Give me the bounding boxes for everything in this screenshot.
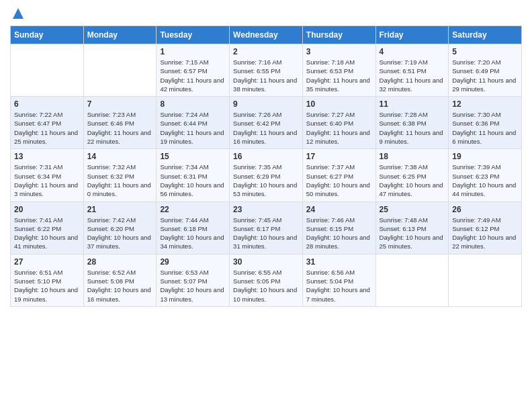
logo-icon (11, 7, 25, 20)
calendar-day-cell: 19Sunrise: 7:39 AM Sunset: 6:23 PM Dayli… (449, 149, 522, 201)
day-number: 7 (87, 99, 153, 109)
calendar-week-row: 6Sunrise: 7:22 AM Sunset: 6:47 PM Daylig… (11, 97, 522, 149)
calendar-day-cell: 12Sunrise: 7:30 AM Sunset: 6:36 PM Dayli… (449, 97, 522, 149)
day-info: Sunrise: 7:46 AM Sunset: 6:15 PM Dayligh… (306, 216, 372, 251)
day-info: Sunrise: 7:27 AM Sunset: 6:40 PM Dayligh… (306, 110, 372, 146)
day-number: 17 (306, 152, 372, 161)
day-number: 8 (160, 99, 226, 109)
calendar-day-cell (449, 254, 522, 306)
day-number: 13 (14, 152, 80, 161)
weekday-header-row: SundayMondayTuesdayWednesdayThursdayFrid… (11, 26, 522, 44)
day-number: 5 (452, 47, 518, 56)
day-number: 22 (160, 205, 226, 214)
day-info: Sunrise: 7:44 AM Sunset: 6:18 PM Dayligh… (160, 216, 226, 251)
calendar-day-cell: 26Sunrise: 7:49 AM Sunset: 6:12 PM Dayli… (449, 201, 522, 254)
day-info: Sunrise: 7:39 AM Sunset: 6:23 PM Dayligh… (452, 163, 518, 198)
calendar-day-cell: 3Sunrise: 7:18 AM Sunset: 6:53 PM Daylig… (302, 44, 375, 97)
calendar-day-cell: 4Sunrise: 7:19 AM Sunset: 6:51 PM Daylig… (375, 44, 449, 97)
header (10, 7, 522, 20)
day-info: Sunrise: 7:18 AM Sunset: 6:53 PM Dayligh… (306, 58, 372, 93)
calendar-day-cell: 14Sunrise: 7:32 AM Sunset: 6:32 PM Dayli… (83, 149, 157, 201)
calendar-day-cell (11, 44, 84, 97)
day-info: Sunrise: 7:24 AM Sunset: 6:44 PM Dayligh… (160, 110, 226, 146)
weekday-header-thursday: Thursday (302, 26, 375, 44)
day-info: Sunrise: 7:34 AM Sunset: 6:31 PM Dayligh… (160, 163, 226, 198)
day-number: 29 (160, 257, 226, 267)
page: SundayMondayTuesdayWednesdayThursdayFrid… (0, 0, 532, 314)
day-number: 11 (380, 99, 445, 109)
weekday-header-tuesday: Tuesday (157, 26, 230, 44)
calendar-day-cell: 13Sunrise: 7:31 AM Sunset: 6:34 PM Dayli… (11, 149, 84, 201)
weekday-header-saturday: Saturday (449, 26, 522, 44)
day-number: 1 (160, 47, 226, 56)
day-info: Sunrise: 7:49 AM Sunset: 6:12 PM Dayligh… (452, 216, 518, 251)
day-number: 4 (380, 47, 445, 56)
day-number: 18 (380, 152, 445, 161)
day-number: 12 (452, 99, 518, 109)
calendar-day-cell: 21Sunrise: 7:42 AM Sunset: 6:20 PM Dayli… (83, 201, 157, 254)
day-number: 14 (87, 152, 153, 161)
calendar-week-row: 20Sunrise: 7:41 AM Sunset: 6:22 PM Dayli… (11, 201, 522, 254)
day-info: Sunrise: 7:38 AM Sunset: 6:25 PM Dayligh… (380, 163, 445, 198)
svg-marker-0 (13, 8, 24, 19)
calendar-day-cell: 31Sunrise: 6:56 AM Sunset: 5:04 PM Dayli… (302, 254, 375, 306)
calendar-day-cell: 20Sunrise: 7:41 AM Sunset: 6:22 PM Dayli… (11, 201, 84, 254)
calendar-day-cell: 25Sunrise: 7:48 AM Sunset: 6:13 PM Dayli… (375, 201, 449, 254)
day-info: Sunrise: 7:16 AM Sunset: 6:55 PM Dayligh… (233, 58, 299, 93)
calendar-day-cell: 28Sunrise: 6:52 AM Sunset: 5:08 PM Dayli… (83, 254, 157, 306)
day-number: 30 (233, 257, 299, 267)
calendar-day-cell: 11Sunrise: 7:28 AM Sunset: 6:38 PM Dayli… (375, 97, 449, 149)
day-info: Sunrise: 7:35 AM Sunset: 6:29 PM Dayligh… (233, 163, 299, 198)
day-number: 6 (14, 99, 80, 109)
calendar: SundayMondayTuesdayWednesdayThursdayFrid… (10, 26, 522, 307)
calendar-day-cell: 1Sunrise: 7:15 AM Sunset: 6:57 PM Daylig… (157, 44, 230, 97)
day-info: Sunrise: 7:30 AM Sunset: 6:36 PM Dayligh… (452, 110, 518, 146)
calendar-day-cell: 8Sunrise: 7:24 AM Sunset: 6:44 PM Daylig… (157, 97, 230, 149)
calendar-week-row: 13Sunrise: 7:31 AM Sunset: 6:34 PM Dayli… (11, 149, 522, 201)
calendar-day-cell: 10Sunrise: 7:27 AM Sunset: 6:40 PM Dayli… (302, 97, 375, 149)
calendar-day-cell: 24Sunrise: 7:46 AM Sunset: 6:15 PM Dayli… (302, 201, 375, 254)
day-info: Sunrise: 7:31 AM Sunset: 6:34 PM Dayligh… (14, 163, 80, 198)
calendar-week-row: 27Sunrise: 6:51 AM Sunset: 5:10 PM Dayli… (11, 254, 522, 306)
day-number: 15 (160, 152, 226, 161)
weekday-header-wednesday: Wednesday (230, 26, 303, 44)
day-number: 10 (306, 99, 372, 109)
calendar-day-cell: 30Sunrise: 6:55 AM Sunset: 5:05 PM Dayli… (230, 254, 303, 306)
calendar-week-row: 1Sunrise: 7:15 AM Sunset: 6:57 PM Daylig… (11, 44, 522, 97)
calendar-day-cell: 2Sunrise: 7:16 AM Sunset: 6:55 PM Daylig… (230, 44, 303, 97)
calendar-day-cell: 29Sunrise: 6:53 AM Sunset: 5:07 PM Dayli… (157, 254, 230, 306)
day-info: Sunrise: 7:32 AM Sunset: 6:32 PM Dayligh… (87, 163, 153, 198)
calendar-day-cell: 6Sunrise: 7:22 AM Sunset: 6:47 PM Daylig… (11, 97, 84, 149)
day-number: 23 (233, 205, 299, 214)
day-number: 9 (233, 99, 299, 109)
calendar-day-cell (83, 44, 157, 97)
day-info: Sunrise: 7:15 AM Sunset: 6:57 PM Dayligh… (160, 58, 226, 93)
day-number: 26 (452, 205, 518, 214)
calendar-day-cell: 15Sunrise: 7:34 AM Sunset: 6:31 PM Dayli… (157, 149, 230, 201)
day-info: Sunrise: 7:41 AM Sunset: 6:22 PM Dayligh… (14, 216, 80, 251)
day-info: Sunrise: 6:52 AM Sunset: 5:08 PM Dayligh… (87, 268, 153, 304)
day-info: Sunrise: 7:26 AM Sunset: 6:42 PM Dayligh… (233, 110, 299, 146)
day-number: 19 (452, 152, 518, 161)
day-number: 21 (87, 205, 153, 214)
day-number: 16 (233, 152, 299, 161)
day-info: Sunrise: 7:19 AM Sunset: 6:51 PM Dayligh… (380, 58, 445, 93)
calendar-day-cell: 22Sunrise: 7:44 AM Sunset: 6:18 PM Dayli… (157, 201, 230, 254)
calendar-day-cell: 17Sunrise: 7:37 AM Sunset: 6:27 PM Dayli… (302, 149, 375, 201)
logo (10, 7, 25, 20)
weekday-header-friday: Friday (375, 26, 449, 44)
day-info: Sunrise: 7:20 AM Sunset: 6:49 PM Dayligh… (452, 58, 518, 93)
day-info: Sunrise: 7:28 AM Sunset: 6:38 PM Dayligh… (380, 110, 445, 146)
calendar-day-cell: 5Sunrise: 7:20 AM Sunset: 6:49 PM Daylig… (449, 44, 522, 97)
calendar-day-cell: 27Sunrise: 6:51 AM Sunset: 5:10 PM Dayli… (11, 254, 84, 306)
day-number: 31 (306, 257, 372, 267)
day-info: Sunrise: 6:55 AM Sunset: 5:05 PM Dayligh… (233, 268, 299, 304)
day-info: Sunrise: 7:22 AM Sunset: 6:47 PM Dayligh… (14, 110, 80, 146)
day-info: Sunrise: 6:51 AM Sunset: 5:10 PM Dayligh… (14, 268, 80, 304)
day-info: Sunrise: 7:48 AM Sunset: 6:13 PM Dayligh… (380, 216, 445, 251)
day-number: 24 (306, 205, 372, 214)
calendar-day-cell (375, 254, 449, 306)
day-number: 25 (380, 205, 445, 214)
calendar-day-cell: 18Sunrise: 7:38 AM Sunset: 6:25 PM Dayli… (375, 149, 449, 201)
day-info: Sunrise: 7:37 AM Sunset: 6:27 PM Dayligh… (306, 163, 372, 198)
